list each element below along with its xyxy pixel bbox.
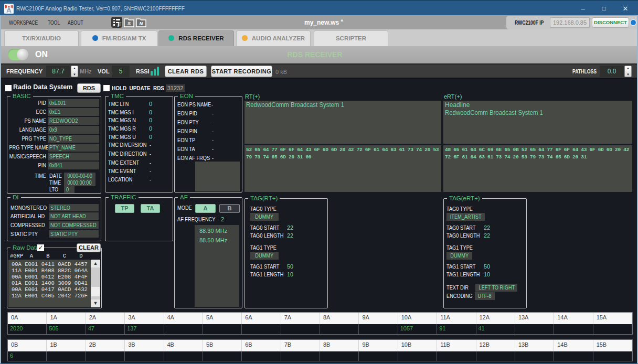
- svg-text:N: N: [140, 21, 143, 26]
- svg-text:S: S: [127, 21, 131, 26]
